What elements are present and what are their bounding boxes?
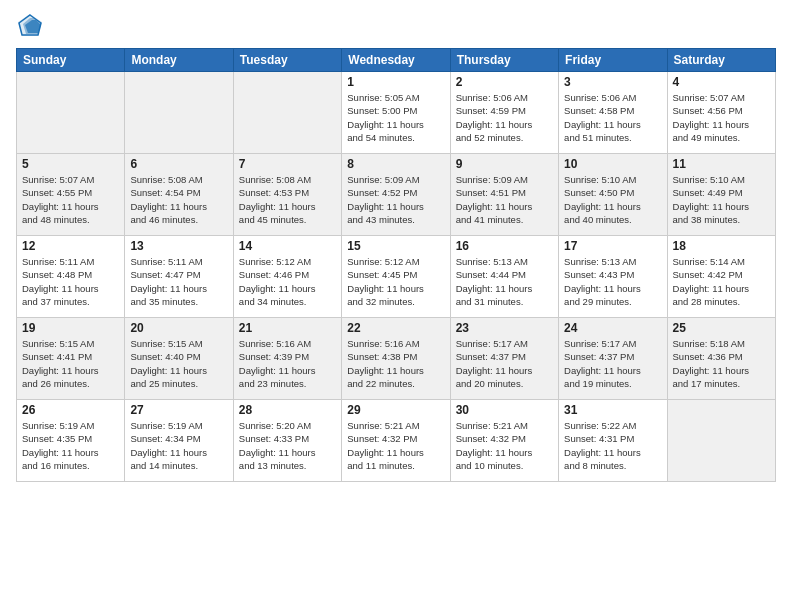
day-number: 7 (239, 157, 336, 171)
day-info: Sunrise: 5:21 AM Sunset: 4:32 PM Dayligh… (456, 419, 553, 472)
day-info: Sunrise: 5:14 AM Sunset: 4:42 PM Dayligh… (673, 255, 770, 308)
day-info: Sunrise: 5:15 AM Sunset: 4:40 PM Dayligh… (130, 337, 227, 390)
day-info: Sunrise: 5:06 AM Sunset: 4:59 PM Dayligh… (456, 91, 553, 144)
calendar-cell: 7Sunrise: 5:08 AM Sunset: 4:53 PM Daylig… (233, 154, 341, 236)
calendar-cell: 26Sunrise: 5:19 AM Sunset: 4:35 PM Dayli… (17, 400, 125, 482)
calendar-cell: 6Sunrise: 5:08 AM Sunset: 4:54 PM Daylig… (125, 154, 233, 236)
day-number: 26 (22, 403, 119, 417)
day-info: Sunrise: 5:22 AM Sunset: 4:31 PM Dayligh… (564, 419, 661, 472)
day-number: 10 (564, 157, 661, 171)
calendar-cell: 22Sunrise: 5:16 AM Sunset: 4:38 PM Dayli… (342, 318, 450, 400)
calendar-cell: 5Sunrise: 5:07 AM Sunset: 4:55 PM Daylig… (17, 154, 125, 236)
calendar-cell: 13Sunrise: 5:11 AM Sunset: 4:47 PM Dayli… (125, 236, 233, 318)
day-info: Sunrise: 5:09 AM Sunset: 4:52 PM Dayligh… (347, 173, 444, 226)
calendar-cell: 24Sunrise: 5:17 AM Sunset: 4:37 PM Dayli… (559, 318, 667, 400)
calendar-cell: 16Sunrise: 5:13 AM Sunset: 4:44 PM Dayli… (450, 236, 558, 318)
weekday-header-thursday: Thursday (450, 49, 558, 72)
day-number: 4 (673, 75, 770, 89)
day-number: 19 (22, 321, 119, 335)
day-number: 15 (347, 239, 444, 253)
day-number: 8 (347, 157, 444, 171)
day-info: Sunrise: 5:15 AM Sunset: 4:41 PM Dayligh… (22, 337, 119, 390)
day-number: 12 (22, 239, 119, 253)
calendar-row-5: 26Sunrise: 5:19 AM Sunset: 4:35 PM Dayli… (17, 400, 776, 482)
day-info: Sunrise: 5:12 AM Sunset: 4:46 PM Dayligh… (239, 255, 336, 308)
day-number: 3 (564, 75, 661, 89)
day-number: 29 (347, 403, 444, 417)
day-info: Sunrise: 5:19 AM Sunset: 4:35 PM Dayligh… (22, 419, 119, 472)
calendar-cell (125, 72, 233, 154)
day-number: 17 (564, 239, 661, 253)
calendar-cell: 21Sunrise: 5:16 AM Sunset: 4:39 PM Dayli… (233, 318, 341, 400)
calendar-cell: 30Sunrise: 5:21 AM Sunset: 4:32 PM Dayli… (450, 400, 558, 482)
day-info: Sunrise: 5:17 AM Sunset: 4:37 PM Dayligh… (564, 337, 661, 390)
day-number: 6 (130, 157, 227, 171)
calendar-cell (233, 72, 341, 154)
calendar: SundayMondayTuesdayWednesdayThursdayFrid… (16, 48, 776, 482)
day-number: 27 (130, 403, 227, 417)
calendar-cell: 31Sunrise: 5:22 AM Sunset: 4:31 PM Dayli… (559, 400, 667, 482)
calendar-cell: 14Sunrise: 5:12 AM Sunset: 4:46 PM Dayli… (233, 236, 341, 318)
calendar-cell: 2Sunrise: 5:06 AM Sunset: 4:59 PM Daylig… (450, 72, 558, 154)
day-info: Sunrise: 5:10 AM Sunset: 4:49 PM Dayligh… (673, 173, 770, 226)
day-number: 11 (673, 157, 770, 171)
day-info: Sunrise: 5:19 AM Sunset: 4:34 PM Dayligh… (130, 419, 227, 472)
day-info: Sunrise: 5:05 AM Sunset: 5:00 PM Dayligh… (347, 91, 444, 144)
header (16, 12, 776, 40)
calendar-cell: 9Sunrise: 5:09 AM Sunset: 4:51 PM Daylig… (450, 154, 558, 236)
weekday-header-saturday: Saturday (667, 49, 775, 72)
logo (16, 12, 48, 40)
day-number: 20 (130, 321, 227, 335)
day-info: Sunrise: 5:11 AM Sunset: 4:48 PM Dayligh… (22, 255, 119, 308)
day-number: 21 (239, 321, 336, 335)
calendar-cell: 20Sunrise: 5:15 AM Sunset: 4:40 PM Dayli… (125, 318, 233, 400)
day-info: Sunrise: 5:20 AM Sunset: 4:33 PM Dayligh… (239, 419, 336, 472)
day-info: Sunrise: 5:16 AM Sunset: 4:39 PM Dayligh… (239, 337, 336, 390)
calendar-cell: 17Sunrise: 5:13 AM Sunset: 4:43 PM Dayli… (559, 236, 667, 318)
day-info: Sunrise: 5:06 AM Sunset: 4:58 PM Dayligh… (564, 91, 661, 144)
day-info: Sunrise: 5:07 AM Sunset: 4:56 PM Dayligh… (673, 91, 770, 144)
day-info: Sunrise: 5:21 AM Sunset: 4:32 PM Dayligh… (347, 419, 444, 472)
day-number: 28 (239, 403, 336, 417)
day-number: 5 (22, 157, 119, 171)
calendar-row-1: 1Sunrise: 5:05 AM Sunset: 5:00 PM Daylig… (17, 72, 776, 154)
calendar-cell: 3Sunrise: 5:06 AM Sunset: 4:58 PM Daylig… (559, 72, 667, 154)
day-info: Sunrise: 5:09 AM Sunset: 4:51 PM Dayligh… (456, 173, 553, 226)
day-number: 31 (564, 403, 661, 417)
weekday-header-friday: Friday (559, 49, 667, 72)
calendar-cell: 11Sunrise: 5:10 AM Sunset: 4:49 PM Dayli… (667, 154, 775, 236)
weekday-header-wednesday: Wednesday (342, 49, 450, 72)
day-info: Sunrise: 5:13 AM Sunset: 4:44 PM Dayligh… (456, 255, 553, 308)
day-number: 25 (673, 321, 770, 335)
weekday-header-monday: Monday (125, 49, 233, 72)
calendar-cell: 18Sunrise: 5:14 AM Sunset: 4:42 PM Dayli… (667, 236, 775, 318)
calendar-cell: 15Sunrise: 5:12 AM Sunset: 4:45 PM Dayli… (342, 236, 450, 318)
calendar-cell: 19Sunrise: 5:15 AM Sunset: 4:41 PM Dayli… (17, 318, 125, 400)
calendar-cell: 23Sunrise: 5:17 AM Sunset: 4:37 PM Dayli… (450, 318, 558, 400)
calendar-cell (667, 400, 775, 482)
weekday-header-sunday: Sunday (17, 49, 125, 72)
day-number: 24 (564, 321, 661, 335)
day-number: 18 (673, 239, 770, 253)
day-number: 1 (347, 75, 444, 89)
day-number: 16 (456, 239, 553, 253)
day-info: Sunrise: 5:12 AM Sunset: 4:45 PM Dayligh… (347, 255, 444, 308)
calendar-cell: 8Sunrise: 5:09 AM Sunset: 4:52 PM Daylig… (342, 154, 450, 236)
day-number: 23 (456, 321, 553, 335)
calendar-cell: 28Sunrise: 5:20 AM Sunset: 4:33 PM Dayli… (233, 400, 341, 482)
calendar-row-4: 19Sunrise: 5:15 AM Sunset: 4:41 PM Dayli… (17, 318, 776, 400)
calendar-cell: 1Sunrise: 5:05 AM Sunset: 5:00 PM Daylig… (342, 72, 450, 154)
day-info: Sunrise: 5:10 AM Sunset: 4:50 PM Dayligh… (564, 173, 661, 226)
day-number: 14 (239, 239, 336, 253)
calendar-cell: 10Sunrise: 5:10 AM Sunset: 4:50 PM Dayli… (559, 154, 667, 236)
day-number: 2 (456, 75, 553, 89)
calendar-cell: 4Sunrise: 5:07 AM Sunset: 4:56 PM Daylig… (667, 72, 775, 154)
day-number: 9 (456, 157, 553, 171)
day-info: Sunrise: 5:13 AM Sunset: 4:43 PM Dayligh… (564, 255, 661, 308)
calendar-cell (17, 72, 125, 154)
day-info: Sunrise: 5:17 AM Sunset: 4:37 PM Dayligh… (456, 337, 553, 390)
page: SundayMondayTuesdayWednesdayThursdayFrid… (0, 0, 792, 612)
day-info: Sunrise: 5:11 AM Sunset: 4:47 PM Dayligh… (130, 255, 227, 308)
day-info: Sunrise: 5:18 AM Sunset: 4:36 PM Dayligh… (673, 337, 770, 390)
day-info: Sunrise: 5:16 AM Sunset: 4:38 PM Dayligh… (347, 337, 444, 390)
